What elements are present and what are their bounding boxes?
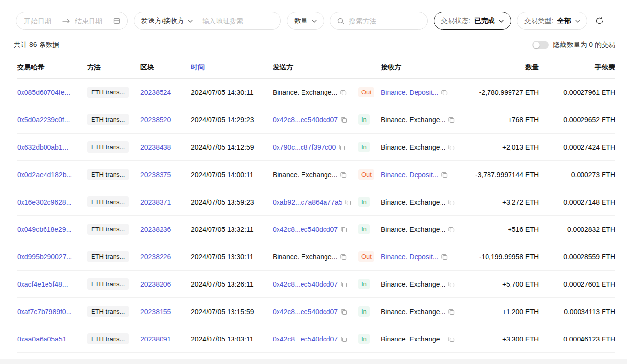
table-body: 0x085d60704fe... ETH trans... 20238524 2…	[17, 79, 615, 353]
to-address[interactable]: Binance. Deposit...	[381, 171, 439, 179]
copy-icon[interactable]	[340, 226, 347, 233]
to-address[interactable]: Binance. Exchange...	[381, 335, 445, 343]
block-link[interactable]: 20238155	[140, 308, 191, 316]
amount-filter[interactable]: 数量	[287, 12, 324, 30]
from-address[interactable]: 0x42c8...ec540dcd07	[273, 335, 338, 343]
tx-hash-link[interactable]: 0xaf7c7b7989f0...	[17, 308, 87, 316]
tx-hash-link[interactable]: 0x0d2ae4d182b...	[17, 171, 87, 179]
hide-zero-toggle[interactable]	[532, 41, 549, 49]
block-link[interactable]: 20238206	[140, 280, 191, 288]
from-address[interactable]: 0x790c...c87f397c00	[273, 143, 336, 151]
block-link[interactable]: 20238236	[140, 226, 191, 233]
block-link[interactable]: 20238226	[140, 253, 191, 261]
block-link[interactable]: 20238091	[140, 335, 191, 343]
copy-icon[interactable]	[340, 171, 347, 178]
from-address[interactable]: 0x42c8...ec540dcd07	[273, 226, 338, 233]
copy-icon[interactable]	[448, 199, 455, 205]
copy-icon[interactable]	[340, 281, 347, 288]
tx-hash-link[interactable]: 0xacf4e1e5f48...	[17, 280, 87, 288]
tx-time: 2024/07/05 13:59:23	[191, 198, 273, 206]
method-cell: ETH trans...	[87, 306, 140, 317]
calendar-icon	[113, 17, 120, 24]
copy-icon[interactable]	[340, 116, 347, 123]
from-address[interactable]: 0x42c8...ec540dcd07	[273, 280, 338, 288]
address-search-input[interactable]	[201, 17, 274, 25]
from-address[interactable]: 0xab92...c7a864a77a5	[273, 198, 342, 206]
block-link[interactable]: 20238520	[140, 116, 191, 124]
block-link[interactable]: 20238375	[140, 171, 191, 179]
method-cell: ETH trans...	[87, 251, 140, 262]
from-address[interactable]: Binance. Exchange...	[273, 253, 337, 261]
copy-icon[interactable]	[345, 199, 351, 205]
from-cell: Binance. Exchange...	[273, 89, 358, 96]
copy-icon[interactable]	[448, 308, 455, 315]
copy-icon[interactable]	[340, 89, 347, 96]
to-cell: Binance. Deposit...	[381, 253, 461, 261]
direction-cell: In	[358, 142, 381, 152]
copy-icon[interactable]	[441, 171, 448, 178]
date-range-picker[interactable]	[16, 12, 128, 30]
method-badge: ETH trans...	[87, 306, 129, 317]
start-date-input[interactable]	[23, 17, 58, 25]
method-badge: ETH trans...	[87, 251, 129, 262]
from-address[interactable]: 0x42c8...ec540dcd07	[273, 116, 338, 124]
to-address[interactable]: Binance. Exchange...	[381, 280, 445, 288]
to-address[interactable]: Binance. Exchange...	[381, 143, 445, 151]
method-search-input[interactable]	[348, 17, 420, 25]
arrow-right-icon	[62, 19, 70, 23]
tx-hash-link[interactable]: 0x16e302c9628...	[17, 198, 87, 206]
copy-icon[interactable]	[448, 144, 455, 151]
copy-icon[interactable]	[441, 253, 448, 260]
tx-hash-link[interactable]: 0x049cb618e29...	[17, 226, 87, 233]
from-address[interactable]: Binance. Exchange...	[273, 89, 337, 96]
method-badge: ETH trans...	[87, 333, 129, 344]
from-address[interactable]: Binance. Exchange...	[273, 171, 337, 179]
tx-hash-link[interactable]: 0xd995b290027...	[17, 253, 87, 261]
chevron-down-icon	[312, 20, 317, 23]
to-address[interactable]: Binance. Deposit...	[381, 253, 439, 261]
block-link[interactable]: 20238371	[140, 198, 191, 206]
tx-hash-link[interactable]: 0xaa0a6a05a51...	[17, 335, 87, 343]
to-cell: Binance. Exchange...	[381, 116, 461, 124]
copy-icon[interactable]	[448, 336, 455, 342]
tx-hash-link[interactable]: 0x5d0a2239c0f...	[17, 116, 87, 124]
to-cell: Binance. Deposit...	[381, 89, 461, 96]
copy-icon[interactable]	[441, 89, 448, 96]
end-date-input[interactable]	[74, 17, 109, 25]
direction-cell: In	[358, 306, 381, 317]
copy-icon[interactable]	[448, 116, 455, 123]
type-filter[interactable]: 交易类型: 全部	[517, 12, 587, 30]
copy-icon[interactable]	[340, 308, 347, 315]
direction-cell: In	[358, 114, 381, 125]
copy-icon[interactable]	[340, 253, 347, 260]
search-icon	[337, 18, 344, 24]
header-time[interactable]: 时间	[191, 63, 273, 72]
copy-icon[interactable]	[448, 281, 455, 288]
copy-icon[interactable]	[448, 226, 455, 233]
amount: -10,199.99958 ETH	[461, 253, 539, 261]
to-address[interactable]: Binance. Deposit...	[381, 89, 439, 96]
copy-icon[interactable]	[338, 144, 345, 151]
tx-hash-link[interactable]: 0x085d60704fe...	[17, 89, 87, 96]
party-address-filter: 发送方/接收方	[134, 12, 281, 30]
to-address[interactable]: Binance. Exchange...	[381, 116, 445, 124]
to-address[interactable]: Binance. Exchange...	[381, 226, 445, 233]
from-address[interactable]: 0x42c8...ec540dcd07	[273, 308, 338, 316]
method-cell: ETH trans...	[87, 141, 140, 153]
header-from: 发送方	[273, 63, 358, 72]
to-address[interactable]: Binance. Exchange...	[381, 198, 445, 206]
block-link[interactable]: 20238524	[140, 89, 191, 96]
table-row: 0xaf7c7b7989f0... ETH trans... 20238155 …	[17, 298, 615, 325]
table-row: 0x085d60704fe... ETH trans... 20238524 2…	[17, 79, 615, 106]
status-filter-value: 已完成	[474, 17, 495, 25]
tx-hash-link[interactable]: 0x632db00ab1...	[17, 143, 87, 151]
refresh-button[interactable]	[593, 15, 605, 27]
party-select[interactable]: 发送方/接收方	[141, 17, 184, 25]
direction-cell: In	[358, 334, 381, 344]
block-link[interactable]: 20238438	[140, 143, 191, 151]
copy-icon[interactable]	[340, 336, 347, 342]
amount: +1,200 ETH	[461, 308, 539, 316]
to-address[interactable]: Binance. Exchange...	[381, 308, 445, 316]
status-filter[interactable]: 交易状态: 已完成	[434, 12, 511, 30]
table-row: 0x0d2ae4d182b... ETH trans... 20238375 2…	[17, 161, 615, 188]
